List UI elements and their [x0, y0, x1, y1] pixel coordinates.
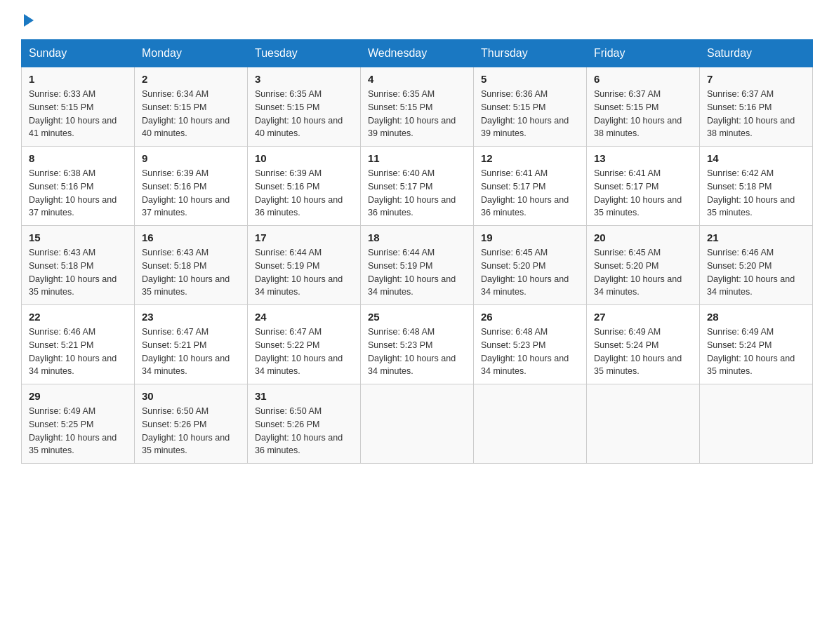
day-info: Sunrise: 6:44 AMSunset: 5:19 PMDaylight:… — [368, 246, 466, 299]
calendar-cell: 14Sunrise: 6:42 AMSunset: 5:18 PMDayligh… — [700, 147, 813, 226]
logo — [21, 14, 34, 28]
day-number: 21 — [707, 232, 805, 243]
day-info: Sunrise: 6:50 AMSunset: 5:26 PMDaylight:… — [255, 405, 353, 457]
day-info: Sunrise: 6:49 AMSunset: 5:24 PMDaylight:… — [707, 326, 805, 378]
calendar-cell: 8Sunrise: 6:38 AMSunset: 5:16 PMDaylight… — [22, 147, 135, 226]
calendar-cell: 16Sunrise: 6:43 AMSunset: 5:18 PMDayligh… — [135, 226, 248, 305]
calendar-cell: 7Sunrise: 6:37 AMSunset: 5:16 PMDaylight… — [700, 67, 813, 147]
day-info: Sunrise: 6:36 AMSunset: 5:15 PMDaylight:… — [481, 88, 579, 140]
week-row-5: 29Sunrise: 6:49 AMSunset: 5:25 PMDayligh… — [22, 384, 813, 464]
weekday-header-thursday: Thursday — [474, 40, 587, 67]
day-number: 1 — [29, 73, 127, 85]
day-info: Sunrise: 6:46 AMSunset: 5:20 PMDaylight:… — [707, 246, 805, 299]
calendar-cell: 24Sunrise: 6:47 AMSunset: 5:22 PMDayligh… — [248, 305, 361, 384]
day-number: 29 — [29, 390, 127, 402]
calendar-cell: 3Sunrise: 6:35 AMSunset: 5:15 PMDaylight… — [248, 67, 361, 147]
day-info: Sunrise: 6:37 AMSunset: 5:15 PMDaylight:… — [594, 88, 692, 140]
calendar-cell: 28Sunrise: 6:49 AMSunset: 5:24 PMDayligh… — [700, 305, 813, 384]
day-number: 18 — [368, 232, 466, 243]
day-info: Sunrise: 6:50 AMSunset: 5:26 PMDaylight:… — [142, 405, 240, 457]
day-number: 5 — [481, 73, 579, 85]
day-info: Sunrise: 6:45 AMSunset: 5:20 PMDaylight:… — [594, 246, 692, 299]
day-number: 27 — [594, 311, 692, 323]
day-info: Sunrise: 6:44 AMSunset: 5:19 PMDaylight:… — [255, 246, 353, 299]
day-number: 6 — [594, 73, 692, 85]
weekday-header-saturday: Saturday — [700, 40, 813, 67]
calendar-cell: 29Sunrise: 6:49 AMSunset: 5:25 PMDayligh… — [22, 384, 135, 464]
calendar-cell: 19Sunrise: 6:45 AMSunset: 5:20 PMDayligh… — [474, 226, 587, 305]
calendar-cell: 26Sunrise: 6:48 AMSunset: 5:23 PMDayligh… — [474, 305, 587, 384]
week-row-2: 8Sunrise: 6:38 AMSunset: 5:16 PMDaylight… — [22, 147, 813, 226]
calendar-cell: 18Sunrise: 6:44 AMSunset: 5:19 PMDayligh… — [361, 226, 474, 305]
calendar-cell: 23Sunrise: 6:47 AMSunset: 5:21 PMDayligh… — [135, 305, 248, 384]
day-info: Sunrise: 6:47 AMSunset: 5:21 PMDaylight:… — [142, 326, 240, 378]
calendar-cell: 21Sunrise: 6:46 AMSunset: 5:20 PMDayligh… — [700, 226, 813, 305]
calendar-cell: 9Sunrise: 6:39 AMSunset: 5:16 PMDaylight… — [135, 147, 248, 226]
page-header — [21, 14, 813, 28]
weekday-header-row: SundayMondayTuesdayWednesdayThursdayFrid… — [22, 40, 813, 67]
day-number: 4 — [368, 73, 466, 85]
day-number: 19 — [481, 232, 579, 243]
day-info: Sunrise: 6:41 AMSunset: 5:17 PMDaylight:… — [594, 167, 692, 220]
day-number: 17 — [255, 232, 353, 243]
week-row-1: 1Sunrise: 6:33 AMSunset: 5:15 PMDaylight… — [22, 67, 813, 147]
day-info: Sunrise: 6:35 AMSunset: 5:15 PMDaylight:… — [368, 88, 466, 140]
day-info: Sunrise: 6:46 AMSunset: 5:21 PMDaylight:… — [29, 326, 127, 378]
day-number: 11 — [368, 152, 466, 164]
day-number: 10 — [255, 152, 353, 164]
day-number: 3 — [255, 73, 353, 85]
logo-arrow-icon — [24, 14, 34, 27]
day-number: 16 — [142, 232, 240, 243]
day-number: 22 — [29, 311, 127, 323]
day-number: 15 — [29, 232, 127, 243]
day-number: 14 — [707, 152, 805, 164]
calendar-cell: 6Sunrise: 6:37 AMSunset: 5:15 PMDaylight… — [587, 67, 700, 147]
calendar-cell: 11Sunrise: 6:40 AMSunset: 5:17 PMDayligh… — [361, 147, 474, 226]
calendar-cell: 20Sunrise: 6:45 AMSunset: 5:20 PMDayligh… — [587, 226, 700, 305]
calendar-cell: 13Sunrise: 6:41 AMSunset: 5:17 PMDayligh… — [587, 147, 700, 226]
day-number: 31 — [255, 390, 353, 402]
calendar-cell: 15Sunrise: 6:43 AMSunset: 5:18 PMDayligh… — [22, 226, 135, 305]
day-number: 26 — [481, 311, 579, 323]
day-info: Sunrise: 6:43 AMSunset: 5:18 PMDaylight:… — [142, 246, 240, 299]
weekday-header-wednesday: Wednesday — [361, 40, 474, 67]
day-info: Sunrise: 6:37 AMSunset: 5:16 PMDaylight:… — [707, 88, 805, 140]
calendar-table: SundayMondayTuesdayWednesdayThursdayFrid… — [21, 39, 813, 464]
day-info: Sunrise: 6:42 AMSunset: 5:18 PMDaylight:… — [707, 167, 805, 220]
day-number: 12 — [481, 152, 579, 164]
day-info: Sunrise: 6:39 AMSunset: 5:16 PMDaylight:… — [142, 167, 240, 220]
calendar-cell: 27Sunrise: 6:49 AMSunset: 5:24 PMDayligh… — [587, 305, 700, 384]
calendar-cell: 10Sunrise: 6:39 AMSunset: 5:16 PMDayligh… — [248, 147, 361, 226]
day-info: Sunrise: 6:49 AMSunset: 5:24 PMDaylight:… — [594, 326, 692, 378]
day-info: Sunrise: 6:48 AMSunset: 5:23 PMDaylight:… — [481, 326, 579, 378]
day-info: Sunrise: 6:35 AMSunset: 5:15 PMDaylight:… — [255, 88, 353, 140]
calendar-cell: 2Sunrise: 6:34 AMSunset: 5:15 PMDaylight… — [135, 67, 248, 147]
weekday-header-monday: Monday — [135, 40, 248, 67]
day-info: Sunrise: 6:49 AMSunset: 5:25 PMDaylight:… — [29, 405, 127, 457]
day-number: 23 — [142, 311, 240, 323]
day-info: Sunrise: 6:33 AMSunset: 5:15 PMDaylight:… — [29, 88, 127, 140]
day-number: 7 — [707, 73, 805, 85]
day-info: Sunrise: 6:43 AMSunset: 5:18 PMDaylight:… — [29, 246, 127, 299]
day-number: 24 — [255, 311, 353, 323]
calendar-cell: 4Sunrise: 6:35 AMSunset: 5:15 PMDaylight… — [361, 67, 474, 147]
day-info: Sunrise: 6:40 AMSunset: 5:17 PMDaylight:… — [368, 167, 466, 220]
day-number: 9 — [142, 152, 240, 164]
day-info: Sunrise: 6:41 AMSunset: 5:17 PMDaylight:… — [481, 167, 579, 220]
calendar-cell: 31Sunrise: 6:50 AMSunset: 5:26 PMDayligh… — [248, 384, 361, 464]
calendar-cell: 25Sunrise: 6:48 AMSunset: 5:23 PMDayligh… — [361, 305, 474, 384]
week-row-4: 22Sunrise: 6:46 AMSunset: 5:21 PMDayligh… — [22, 305, 813, 384]
calendar-cell: 1Sunrise: 6:33 AMSunset: 5:15 PMDaylight… — [22, 67, 135, 147]
weekday-header-sunday: Sunday — [22, 40, 135, 67]
day-info: Sunrise: 6:48 AMSunset: 5:23 PMDaylight:… — [368, 326, 466, 378]
calendar-cell: 5Sunrise: 6:36 AMSunset: 5:15 PMDaylight… — [474, 67, 587, 147]
calendar-cell: 17Sunrise: 6:44 AMSunset: 5:19 PMDayligh… — [248, 226, 361, 305]
day-number: 30 — [142, 390, 240, 402]
day-info: Sunrise: 6:47 AMSunset: 5:22 PMDaylight:… — [255, 326, 353, 378]
day-info: Sunrise: 6:38 AMSunset: 5:16 PMDaylight:… — [29, 167, 127, 220]
day-number: 28 — [707, 311, 805, 323]
day-number: 13 — [594, 152, 692, 164]
day-number: 20 — [594, 232, 692, 243]
day-number: 2 — [142, 73, 240, 85]
calendar-cell — [361, 384, 474, 464]
